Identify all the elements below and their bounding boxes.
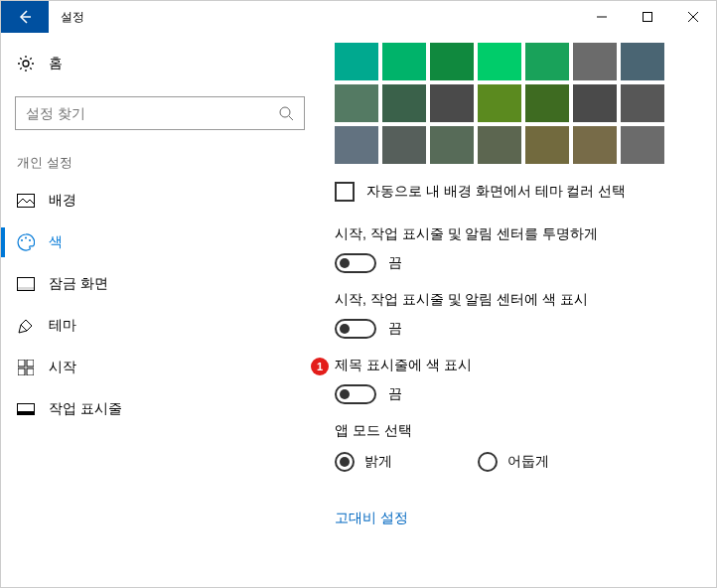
setting-app-mode: 앱 모드 선택 밝게 어둡게	[335, 422, 698, 472]
sidebar-item-label: 테마	[49, 317, 76, 335]
sidebar-item-label: 색	[49, 233, 63, 251]
setting-title: 시작, 작업 표시줄 및 알림 센터를 투명하게	[335, 225, 698, 243]
color-swatch[interactable]	[573, 43, 617, 80]
sidebar-item-start[interactable]: 시작	[1, 347, 319, 388]
lockscreen-icon	[17, 275, 35, 293]
color-swatch[interactable]	[382, 43, 426, 80]
toggle-accent-start[interactable]: 끔	[335, 319, 698, 339]
color-swatch[interactable]	[335, 43, 378, 80]
radio-label: 밝게	[364, 453, 392, 471]
toggle-switch	[335, 319, 376, 339]
sidebar-item-taskbar[interactable]: 작업 표시줄	[1, 388, 319, 430]
setting-titlebar-color: 1 제목 표시줄에 색 표시 끔	[335, 357, 698, 404]
svg-point-5	[25, 237, 27, 239]
color-swatch[interactable]	[335, 84, 378, 122]
color-swatch[interactable]	[525, 126, 569, 164]
picture-icon	[17, 192, 35, 210]
start-icon	[17, 359, 35, 376]
svg-rect-14	[18, 411, 34, 414]
svg-rect-3	[18, 195, 35, 208]
svg-rect-9	[18, 360, 25, 367]
auto-theme-checkbox-row[interactable]: 자동으로 내 배경 화면에서 테마 컬러 선택	[335, 182, 698, 202]
toggle-state-label: 끔	[388, 385, 402, 403]
sidebar-item-lockscreen[interactable]: 잠금 화면	[1, 263, 319, 305]
maximize-button[interactable]	[625, 1, 670, 33]
color-swatch[interactable]	[621, 84, 664, 122]
setting-title: 앱 모드 선택	[335, 422, 698, 440]
radio-group-app-mode: 밝게 어둡게	[335, 452, 698, 472]
high-contrast-link[interactable]: 고대비 설정	[335, 510, 408, 527]
back-button[interactable]	[1, 1, 49, 33]
theme-icon	[17, 317, 35, 335]
svg-point-4	[21, 239, 23, 241]
color-swatch[interactable]	[335, 126, 378, 164]
svg-rect-0	[644, 13, 652, 22]
window-title: 설정	[49, 9, 84, 26]
window-controls	[579, 1, 716, 33]
color-swatch[interactable]	[430, 43, 474, 80]
minimize-button[interactable]	[579, 1, 625, 33]
setting-transparency: 시작, 작업 표시줄 및 알림 센터를 투명하게 끔	[335, 225, 698, 273]
radio-label: 어둡게	[507, 453, 549, 471]
home-nav[interactable]: 홈	[1, 45, 319, 82]
sidebar-item-label: 배경	[49, 192, 76, 210]
svg-rect-12	[27, 368, 34, 375]
setting-accent-start: 시작, 작업 표시줄 및 알림 센터에 색 표시 끔	[335, 291, 698, 339]
svg-rect-11	[18, 368, 25, 375]
sidebar-item-themes[interactable]: 테마	[1, 305, 319, 347]
search-box[interactable]	[15, 96, 305, 130]
search-icon	[278, 105, 294, 121]
color-swatch[interactable]	[525, 84, 569, 122]
toggle-transparency[interactable]: 끔	[335, 253, 698, 273]
maximize-icon	[643, 12, 652, 22]
setting-title: 1 제목 표시줄에 색 표시	[335, 357, 698, 374]
checkbox-icon	[335, 182, 355, 202]
svg-point-1	[23, 61, 29, 67]
home-label: 홈	[49, 55, 63, 73]
sidebar-item-label: 작업 표시줄	[49, 400, 122, 418]
color-swatch[interactable]	[573, 126, 617, 164]
toggle-switch	[335, 384, 376, 404]
svg-rect-8	[18, 287, 34, 290]
sidebar-item-label: 시작	[49, 359, 76, 376]
color-swatch[interactable]	[382, 126, 426, 164]
color-swatch[interactable]	[382, 84, 426, 122]
color-swatch-grid	[335, 43, 698, 164]
setting-title: 시작, 작업 표시줄 및 알림 센터에 색 표시	[335, 291, 698, 309]
close-icon	[688, 12, 698, 22]
sidebar-item-background[interactable]: 배경	[1, 180, 319, 221]
radio-icon	[478, 452, 498, 472]
toggle-state-label: 끔	[388, 320, 402, 338]
minimize-icon	[597, 12, 607, 22]
toggle-state-label: 끔	[388, 254, 402, 272]
section-header: 개인 설정	[1, 130, 319, 180]
close-button[interactable]	[670, 1, 716, 33]
color-swatch[interactable]	[478, 84, 521, 122]
radio-light[interactable]: 밝게	[335, 452, 392, 472]
setting-title-text: 제목 표시줄에 색 표시	[335, 357, 472, 372]
svg-point-6	[29, 239, 31, 241]
arrow-left-icon	[17, 9, 33, 25]
search-input[interactable]	[26, 105, 278, 121]
color-swatch[interactable]	[430, 84, 474, 122]
sidebar-item-colors[interactable]: 색	[1, 221, 319, 263]
color-swatch[interactable]	[478, 126, 521, 164]
checkbox-label: 자동으로 내 배경 화면에서 테마 컬러 선택	[366, 183, 626, 201]
color-swatch[interactable]	[478, 43, 521, 80]
color-swatch[interactable]	[430, 126, 474, 164]
color-swatch[interactable]	[525, 43, 569, 80]
color-swatch[interactable]	[573, 84, 617, 122]
palette-icon	[17, 233, 35, 251]
svg-point-2	[280, 107, 290, 117]
toggle-switch	[335, 253, 376, 273]
color-swatch[interactable]	[621, 126, 664, 164]
color-swatch[interactable]	[621, 43, 664, 80]
toggle-titlebar-color[interactable]: 끔	[335, 384, 698, 404]
titlebar: 설정	[1, 1, 716, 33]
sidebar-item-label: 잠금 화면	[49, 275, 108, 293]
content-area: 홈 개인 설정 배경 색 잠금 화면 테마 시작	[1, 33, 716, 587]
sidebar: 홈 개인 설정 배경 색 잠금 화면 테마 시작	[1, 33, 319, 587]
annotation-badge: 1	[311, 358, 329, 375]
gear-icon	[17, 55, 35, 73]
radio-dark[interactable]: 어둡게	[478, 452, 549, 472]
